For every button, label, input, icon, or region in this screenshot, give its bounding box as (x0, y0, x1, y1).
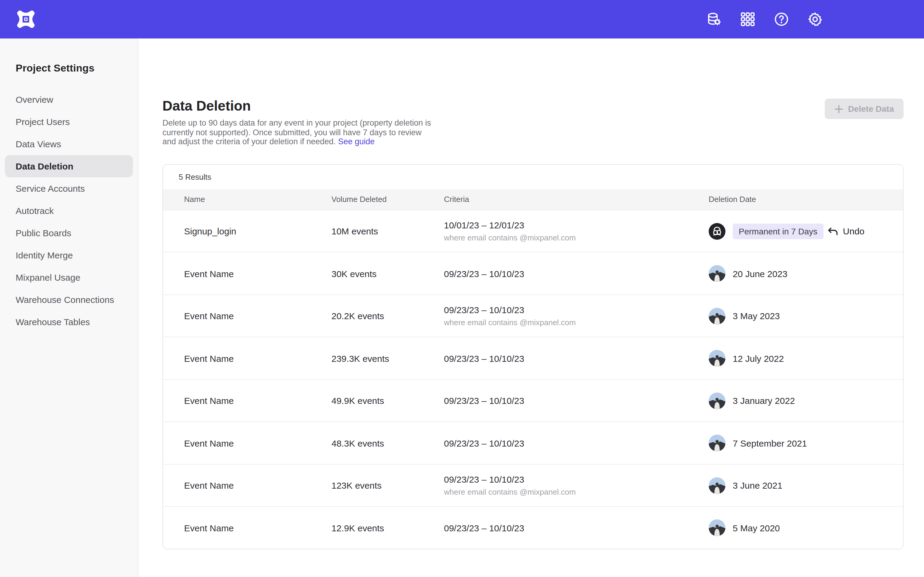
criteria-cell: 09/23/23 – 10/10/23 (444, 268, 709, 279)
deletion-date-cell: 7 September 2021 (709, 435, 887, 451)
deletion-date-cell: 3 May 2023 (709, 308, 887, 324)
criteria-date-range: 09/23/23 – 10/10/23 (444, 522, 709, 533)
results-count: 5 Results (163, 165, 903, 189)
deletion-date: 7 September 2021 (733, 438, 807, 448)
column-header-criteria: Criteria (444, 195, 709, 204)
sidebar-nav: Overview Project Users Data Views Data D… (0, 89, 138, 333)
sidebar-item-overview[interactable]: Overview (0, 89, 138, 111)
help-icon[interactable] (774, 11, 789, 27)
deletion-date-cell: 20 June 2023 (709, 265, 887, 282)
sidebar-item-data-views[interactable]: Data Views (0, 133, 138, 155)
deletion-date: 3 June 2021 (733, 480, 782, 490)
criteria-date-range: 09/23/23 – 10/10/23 (444, 474, 709, 484)
criteria-cell: 10/01/23 – 12/01/23 where email contains… (444, 220, 709, 242)
deletion-date-cell: 5 May 2020 (709, 519, 887, 536)
table-header-row: Name Volume Deleted Criteria Deletion Da… (163, 189, 903, 210)
volume-deleted: 49.9K events (331, 395, 444, 406)
volume-deleted: 30K events (331, 268, 444, 279)
criteria-cell: 09/23/23 – 10/10/23 (444, 522, 709, 533)
volume-deleted: 12.9K events (331, 522, 444, 533)
delete-data-button[interactable]: Delete Data (824, 98, 903, 119)
criteria-date-range: 09/23/23 – 10/10/23 (444, 438, 709, 448)
criteria-date-range: 09/23/23 – 10/10/23 (444, 395, 709, 406)
deletion-date: 3 January 2022 (733, 395, 795, 406)
deletion-date: 5 May 2020 (733, 522, 780, 533)
user-avatar (709, 350, 725, 367)
user-avatar (709, 435, 725, 451)
topbar-icon-group (706, 11, 823, 27)
table-row: Event Name 123K events 09/23/23 – 10/10/… (163, 464, 903, 506)
table-row: Event Name 30K events 09/23/23 – 10/10/2… (163, 252, 903, 295)
criteria-date-range: 09/23/23 – 10/10/23 (444, 305, 709, 315)
event-name: Event Name (184, 522, 331, 533)
volume-deleted: 10M events (331, 226, 444, 236)
user-avatar (709, 392, 725, 409)
undo-button[interactable]: Undo (828, 226, 864, 236)
deletion-requests-card: 5 Results Name Volume Deleted Criteria D… (162, 164, 903, 550)
volume-deleted: 239.3K events (331, 353, 444, 363)
data-management-icon[interactable] (706, 11, 722, 27)
sidebar-item-mixpanel-usage[interactable]: Mixpanel Usage (0, 266, 138, 288)
event-name: Event Name (184, 480, 331, 490)
sidebar-item-service-accounts[interactable]: Service Accounts (0, 177, 138, 200)
criteria-date-range: 09/23/23 – 10/10/23 (444, 268, 709, 279)
deletion-date: 3 May 2023 (733, 311, 780, 321)
sidebar-item-project-users[interactable]: Project Users (0, 111, 138, 133)
deletion-date: 20 June 2023 (733, 268, 787, 279)
deletion-date: 12 July 2022 (733, 353, 784, 363)
sidebar-item-public-boards[interactable]: Public Boards (0, 222, 138, 244)
sidebar-item-data-deletion[interactable]: Data Deletion (5, 155, 133, 177)
sidebar-item-warehouse-tables[interactable]: Warehouse Tables (0, 311, 138, 333)
criteria-where-clause: where email contains @mixpanel.com (444, 318, 709, 327)
table-row: Event Name 12.9K events 09/23/23 – 10/10… (163, 506, 903, 549)
volume-deleted: 20.2K events (331, 311, 444, 321)
apps-grid-icon[interactable] (740, 11, 756, 27)
deletion-date-cell: 12 July 2022 (709, 350, 887, 367)
user-avatar (709, 265, 725, 282)
deletion-date-cell: Permanent in 7 Days Undo (709, 223, 887, 240)
event-name: Event Name (184, 438, 331, 448)
page-description: Delete up to 90 days data for any event … (162, 118, 435, 147)
pending-permanent-badge: Permanent in 7 Days (733, 223, 823, 239)
main-content: Data Deletion Delete up to 90 days data … (138, 39, 924, 577)
deletion-date-cell: 3 January 2022 (709, 392, 887, 409)
sidebar-title: Project Settings (16, 63, 138, 74)
sidebar-item-identity-merge[interactable]: Identity Merge (0, 244, 138, 266)
column-header-volume-deleted: Volume Deleted (331, 195, 444, 204)
table-row: Event Name 48.3K events 09/23/23 – 10/10… (163, 422, 903, 464)
sidebar-item-autotrack[interactable]: Autotrack (0, 200, 138, 222)
criteria-cell: 09/23/23 – 10/10/23 (444, 438, 709, 448)
user-avatar (709, 477, 725, 494)
event-name: Signup_login (184, 226, 331, 236)
column-header-deletion-date: Deletion Date (709, 195, 887, 204)
user-avatar (709, 223, 725, 240)
user-avatar (709, 519, 725, 536)
criteria-cell: 09/23/23 – 10/10/23 where email contains… (444, 305, 709, 327)
criteria-cell: 09/23/23 – 10/10/23 (444, 395, 709, 406)
volume-deleted: 48.3K events (331, 438, 444, 448)
column-header-name: Name (184, 195, 331, 204)
plus-icon (834, 104, 843, 113)
app-root: Project Settings Overview Project Users … (0, 0, 924, 577)
page-title: Data Deletion (162, 97, 903, 114)
sidebar-item-warehouse-connections[interactable]: Warehouse Connections (0, 288, 138, 311)
see-guide-link[interactable]: See guide (338, 137, 375, 146)
criteria-where-clause: where email contains @mixpanel.com (444, 487, 709, 496)
mixpanel-x-icon (17, 10, 35, 28)
user-avatar (709, 308, 725, 324)
event-name: Event Name (184, 353, 331, 363)
mixpanel-logo[interactable] (16, 10, 36, 29)
table-row: Event Name 239.3K events 09/23/23 – 10/1… (163, 337, 903, 379)
criteria-cell: 09/23/23 – 10/10/23 where email contains… (444, 474, 709, 496)
event-name: Event Name (184, 268, 331, 279)
criteria-where-clause: where email contains @mixpanel.com (444, 233, 709, 242)
event-name: Event Name (184, 395, 331, 406)
criteria-cell: 09/23/23 – 10/10/23 (444, 353, 709, 363)
event-name: Event Name (184, 311, 331, 321)
table-row: Signup_login 10M events 10/01/23 – 12/01… (163, 210, 903, 252)
criteria-date-range: 10/01/23 – 12/01/23 (444, 220, 709, 230)
table-row: Event Name 20.2K events 09/23/23 – 10/10… (163, 295, 903, 337)
settings-gear-icon[interactable] (807, 11, 823, 27)
volume-deleted: 123K events (331, 480, 444, 490)
table-row: Event Name 49.9K events 09/23/23 – 10/10… (163, 379, 903, 422)
